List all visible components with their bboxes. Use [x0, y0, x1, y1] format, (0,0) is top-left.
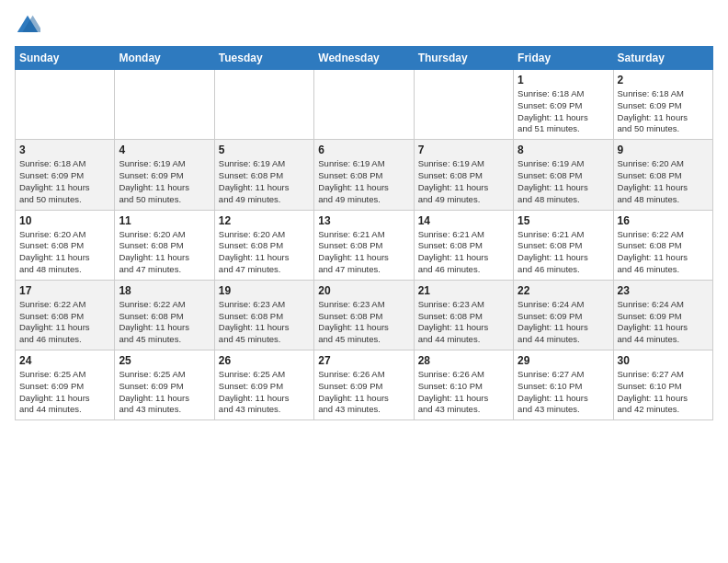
calendar-cell: 9Sunrise: 6:20 AMSunset: 6:08 PMDaylight…: [613, 140, 712, 210]
day-number: 28: [418, 354, 509, 367]
calendar-cell: 29Sunrise: 6:27 AMSunset: 6:10 PMDayligh…: [514, 350, 613, 420]
day-info: Sunrise: 6:27 AMSunset: 6:10 PMDaylight:…: [518, 369, 609, 416]
weekday-header-friday: Friday: [514, 47, 613, 70]
calendar-week-row: 1Sunrise: 6:18 AMSunset: 6:09 PMDaylight…: [16, 70, 713, 140]
day-number: 2: [618, 74, 709, 86]
calendar-cell: 23Sunrise: 6:24 AMSunset: 6:09 PMDayligh…: [613, 280, 712, 350]
day-info: Sunrise: 6:21 AMSunset: 6:08 PMDaylight:…: [318, 229, 409, 276]
day-info: Sunrise: 6:19 AMSunset: 6:09 PMDaylight:…: [119, 158, 210, 205]
calendar-cell: 30Sunrise: 6:27 AMSunset: 6:10 PMDayligh…: [613, 350, 712, 420]
calendar-cell: 11Sunrise: 6:20 AMSunset: 6:08 PMDayligh…: [115, 210, 214, 280]
day-info: Sunrise: 6:27 AMSunset: 6:10 PMDaylight:…: [618, 369, 709, 416]
day-info: Sunrise: 6:25 AMSunset: 6:09 PMDaylight:…: [19, 369, 110, 416]
day-number: 8: [518, 144, 609, 156]
day-info: Sunrise: 6:20 AMSunset: 6:08 PMDaylight:…: [219, 229, 310, 276]
day-info: Sunrise: 6:25 AMSunset: 6:09 PMDaylight:…: [119, 369, 210, 416]
day-number: 1: [518, 74, 609, 86]
day-number: 14: [418, 214, 509, 227]
day-number: 6: [318, 144, 409, 156]
calendar-cell: 19Sunrise: 6:23 AMSunset: 6:08 PMDayligh…: [214, 280, 313, 350]
calendar-cell: [314, 70, 414, 140]
day-number: 5: [219, 144, 310, 156]
day-number: 3: [19, 144, 110, 156]
day-number: 29: [518, 354, 609, 367]
day-number: 11: [119, 214, 210, 227]
day-info: Sunrise: 6:22 AMSunset: 6:08 PMDaylight:…: [618, 229, 709, 276]
day-info: Sunrise: 6:22 AMSunset: 6:08 PMDaylight:…: [19, 299, 110, 346]
weekday-header-sunday: Sunday: [16, 47, 115, 70]
day-number: 7: [418, 144, 509, 156]
calendar-cell: 15Sunrise: 6:21 AMSunset: 6:08 PMDayligh…: [514, 210, 613, 280]
day-number: 12: [219, 214, 310, 227]
day-info: Sunrise: 6:26 AMSunset: 6:09 PMDaylight:…: [318, 369, 409, 416]
calendar-week-row: 3Sunrise: 6:18 AMSunset: 6:09 PMDaylight…: [16, 140, 713, 210]
day-info: Sunrise: 6:23 AMSunset: 6:08 PMDaylight:…: [219, 299, 310, 346]
day-info: Sunrise: 6:18 AMSunset: 6:09 PMDaylight:…: [618, 88, 709, 135]
day-info: Sunrise: 6:19 AMSunset: 6:08 PMDaylight:…: [518, 158, 609, 205]
calendar-cell: 16Sunrise: 6:22 AMSunset: 6:08 PMDayligh…: [613, 210, 712, 280]
calendar-table: SundayMondayTuesdayWednesdayThursdayFrid…: [15, 46, 713, 420]
calendar-cell: 24Sunrise: 6:25 AMSunset: 6:09 PMDayligh…: [16, 350, 115, 420]
logo-icon: [15, 13, 40, 39]
day-number: 19: [219, 284, 310, 297]
day-number: 30: [618, 354, 709, 367]
calendar-cell: 20Sunrise: 6:23 AMSunset: 6:08 PMDayligh…: [314, 280, 414, 350]
day-info: Sunrise: 6:24 AMSunset: 6:09 PMDaylight:…: [518, 299, 609, 346]
page: SundayMondayTuesdayWednesdayThursdayFrid…: [0, 0, 728, 435]
day-number: 9: [618, 144, 709, 156]
weekday-header-thursday: Thursday: [414, 47, 513, 70]
day-number: 26: [219, 354, 310, 367]
calendar-cell: 22Sunrise: 6:24 AMSunset: 6:09 PMDayligh…: [514, 280, 613, 350]
day-info: Sunrise: 6:21 AMSunset: 6:08 PMDaylight:…: [518, 229, 609, 276]
calendar-cell: 5Sunrise: 6:19 AMSunset: 6:08 PMDaylight…: [214, 140, 313, 210]
calendar-cell: [115, 70, 214, 140]
calendar-cell: 25Sunrise: 6:25 AMSunset: 6:09 PMDayligh…: [115, 350, 214, 420]
day-info: Sunrise: 6:18 AMSunset: 6:09 PMDaylight:…: [518, 88, 609, 135]
day-info: Sunrise: 6:19 AMSunset: 6:08 PMDaylight:…: [219, 158, 310, 205]
calendar-cell: [414, 70, 513, 140]
day-number: 27: [318, 354, 409, 367]
header: [15, 9, 713, 39]
weekday-header-tuesday: Tuesday: [214, 47, 313, 70]
calendar-cell: 27Sunrise: 6:26 AMSunset: 6:09 PMDayligh…: [314, 350, 414, 420]
calendar-cell: 6Sunrise: 6:19 AMSunset: 6:08 PMDaylight…: [314, 140, 414, 210]
day-info: Sunrise: 6:25 AMSunset: 6:09 PMDaylight:…: [219, 369, 310, 416]
day-number: 4: [119, 144, 210, 156]
day-info: Sunrise: 6:23 AMSunset: 6:08 PMDaylight:…: [318, 299, 409, 346]
day-info: Sunrise: 6:20 AMSunset: 6:08 PMDaylight:…: [119, 229, 210, 276]
day-number: 17: [19, 284, 110, 297]
calendar-cell: 17Sunrise: 6:22 AMSunset: 6:08 PMDayligh…: [16, 280, 115, 350]
calendar-cell: 1Sunrise: 6:18 AMSunset: 6:09 PMDaylight…: [514, 70, 613, 140]
day-number: 20: [318, 284, 409, 297]
calendar-cell: 10Sunrise: 6:20 AMSunset: 6:08 PMDayligh…: [16, 210, 115, 280]
calendar-week-row: 17Sunrise: 6:22 AMSunset: 6:08 PMDayligh…: [16, 280, 713, 350]
day-info: Sunrise: 6:20 AMSunset: 6:08 PMDaylight:…: [19, 229, 110, 276]
calendar-cell: 3Sunrise: 6:18 AMSunset: 6:09 PMDaylight…: [16, 140, 115, 210]
calendar-cell: 14Sunrise: 6:21 AMSunset: 6:08 PMDayligh…: [414, 210, 513, 280]
calendar-cell: 21Sunrise: 6:23 AMSunset: 6:08 PMDayligh…: [414, 280, 513, 350]
day-number: 15: [518, 214, 609, 227]
calendar-cell: 28Sunrise: 6:26 AMSunset: 6:10 PMDayligh…: [414, 350, 513, 420]
day-number: 16: [618, 214, 709, 227]
calendar-week-row: 24Sunrise: 6:25 AMSunset: 6:09 PMDayligh…: [16, 350, 713, 420]
weekday-header-monday: Monday: [115, 47, 214, 70]
day-number: 18: [119, 284, 210, 297]
calendar-header-row: SundayMondayTuesdayWednesdayThursdayFrid…: [16, 47, 713, 70]
logo: [15, 13, 44, 39]
calendar-cell: 2Sunrise: 6:18 AMSunset: 6:09 PMDaylight…: [613, 70, 712, 140]
day-number: 25: [119, 354, 210, 367]
calendar-cell: 12Sunrise: 6:20 AMSunset: 6:08 PMDayligh…: [214, 210, 313, 280]
day-number: 23: [618, 284, 709, 297]
calendar-cell: 8Sunrise: 6:19 AMSunset: 6:08 PMDaylight…: [514, 140, 613, 210]
day-number: 24: [19, 354, 110, 367]
day-info: Sunrise: 6:19 AMSunset: 6:08 PMDaylight:…: [318, 158, 409, 205]
day-info: Sunrise: 6:19 AMSunset: 6:08 PMDaylight:…: [418, 158, 509, 205]
calendar-cell: 7Sunrise: 6:19 AMSunset: 6:08 PMDaylight…: [414, 140, 513, 210]
day-info: Sunrise: 6:23 AMSunset: 6:08 PMDaylight:…: [418, 299, 509, 346]
calendar-cell: 18Sunrise: 6:22 AMSunset: 6:08 PMDayligh…: [115, 280, 214, 350]
calendar-week-row: 10Sunrise: 6:20 AMSunset: 6:08 PMDayligh…: [16, 210, 713, 280]
day-info: Sunrise: 6:24 AMSunset: 6:09 PMDaylight:…: [618, 299, 709, 346]
weekday-header-saturday: Saturday: [613, 47, 712, 70]
calendar-cell: 26Sunrise: 6:25 AMSunset: 6:09 PMDayligh…: [214, 350, 313, 420]
day-number: 13: [318, 214, 409, 227]
